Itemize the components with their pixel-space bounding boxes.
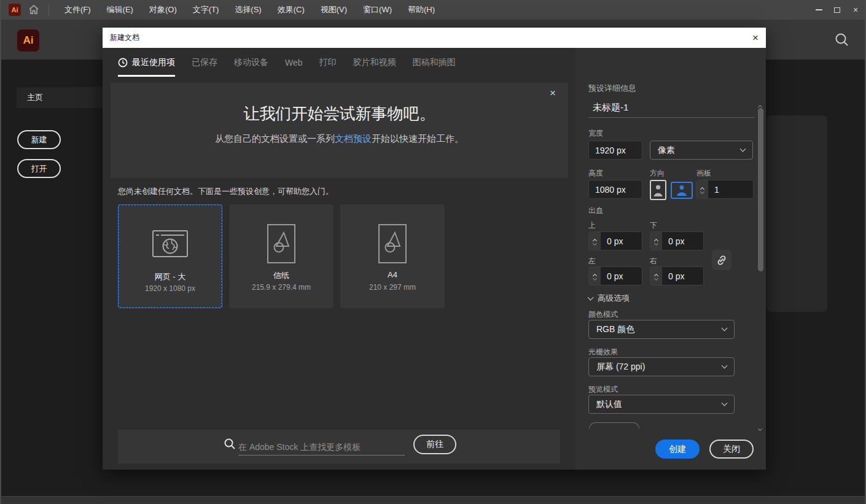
preset-name: A4 — [340, 270, 445, 279]
maximize-button[interactable] — [828, 0, 846, 20]
panel-scrollbar[interactable] — [757, 100, 765, 428]
bleed-right-input[interactable] — [662, 267, 703, 285]
search-icon[interactable] — [834, 32, 850, 48]
tab-art-illustration[interactable]: 图稿和插图 — [413, 48, 456, 77]
bleed-right-field — [650, 266, 704, 285]
chevron-down-icon — [588, 294, 594, 300]
stepper-down-icon — [654, 241, 658, 246]
stock-search-bar: 前往 — [118, 430, 560, 463]
artboards-field — [696, 180, 754, 199]
new-document-button[interactable]: 新建 — [17, 130, 61, 149]
sidebar-item-home[interactable]: 主页 — [17, 87, 103, 108]
unit-select[interactable]: 像素 — [650, 141, 753, 160]
close-dialog-button[interactable]: 关闭 — [709, 440, 754, 459]
preview-mode-select[interactable]: 默认值 — [588, 395, 735, 414]
bleed-right-stepper[interactable] — [650, 267, 662, 285]
illustrator-logo-label: Ai — [23, 34, 34, 47]
orientation-landscape-button[interactable] — [671, 182, 693, 199]
chevron-down-icon — [722, 400, 728, 406]
tab-mobile[interactable]: 移动设备 — [234, 48, 268, 77]
document-name-input[interactable] — [588, 98, 754, 118]
stock-search-icon — [224, 438, 236, 450]
bleed-bottom-input[interactable] — [662, 232, 703, 250]
menu-help[interactable]: 帮助(H) — [400, 0, 443, 20]
preset-size: 210 x 297 mm — [340, 283, 445, 292]
scroll-down-icon[interactable] — [758, 427, 762, 431]
panel-header: 预设详细信息 — [588, 83, 636, 94]
empty-state-hint: 您尚未创建任何文档。下面是一些预设创意，可帮助您入门。 — [118, 186, 334, 197]
artboards-stepper[interactable] — [696, 180, 708, 198]
orientation-portrait-button[interactable] — [650, 180, 666, 200]
tab-film-video[interactable]: 胶片和视频 — [353, 48, 396, 77]
raster-effects-value: 屏幕 (72 ppi) — [596, 362, 722, 373]
menu-edit[interactable]: 编辑(E) — [99, 0, 141, 20]
bleed-top-stepper[interactable] — [589, 232, 601, 250]
preset-details-panel: 预设详细信息 宽度 像素 高度 方向 画板 — [575, 48, 766, 470]
artboards-input[interactable] — [708, 180, 753, 198]
menu-file[interactable]: 文件(F) — [57, 0, 99, 20]
status-bar — [1, 496, 866, 504]
preset-card-web-large[interactable]: 网页 - 大 1920 x 1080 px — [118, 204, 222, 308]
clock-icon — [118, 58, 128, 68]
advanced-options-toggle[interactable]: 高级选项 — [588, 293, 630, 304]
menu-window[interactable]: 窗口(W) — [355, 0, 400, 20]
menu-object[interactable]: 对象(O) — [141, 0, 185, 20]
preset-card-letter[interactable]: 信纸 215.9 x 279.4 mm — [229, 204, 334, 308]
banner-close-icon[interactable]: × — [550, 87, 556, 99]
minimize-button[interactable] — [809, 0, 828, 20]
menu-select[interactable]: 选择(S) — [227, 0, 269, 20]
dialog-title: 新建文档 — [110, 28, 139, 48]
web-preset-icon — [119, 230, 221, 257]
preset-size: 1920 x 1080 px — [119, 284, 221, 293]
preset-card-a4[interactable]: A4 210 x 297 mm — [340, 204, 445, 308]
app-window: Ai 文件(F) 编辑(E) 对象(O) 文字(T) 选择(S) 效果(C) 视… — [0, 0, 866, 504]
close-window-button[interactable]: × — [846, 0, 865, 20]
raster-effects-label: 光栅效果 — [588, 347, 618, 357]
tab-saved[interactable]: 已保存 — [192, 48, 217, 77]
bleed-bottom-field — [650, 231, 704, 250]
bleed-bottom-stepper[interactable] — [650, 232, 662, 250]
maximize-icon — [834, 7, 840, 13]
stepper-down-icon — [593, 276, 597, 281]
bleed-left-label: 左 — [588, 256, 596, 266]
bleed-left-input[interactable] — [601, 267, 642, 285]
go-button[interactable]: 前往 — [413, 435, 456, 454]
bleed-top-label: 上 — [588, 220, 596, 231]
link-icon — [716, 255, 727, 266]
bleed-left-stepper[interactable] — [589, 267, 601, 285]
width-input[interactable] — [588, 141, 642, 160]
new-document-dialog: 新建文档 × 最近使用项 已保存 移动设备 Web 打印 胶片和视频 图稿和插图 — [103, 28, 766, 470]
menu-view[interactable]: 视图(V) — [313, 0, 355, 20]
raster-effects-select[interactable]: 屏幕 (72 ppi) — [588, 357, 735, 376]
orientation-label: 方向 — [650, 168, 665, 179]
more-settings-button-partial[interactable] — [589, 422, 639, 428]
tab-recent[interactable]: 最近使用项 — [118, 48, 175, 77]
app-icon: Ai — [9, 4, 21, 16]
scrollbar-thumb[interactable] — [758, 108, 763, 271]
dialog-close-icon[interactable]: × — [752, 28, 759, 48]
stock-search-input[interactable] — [238, 438, 405, 456]
document-presets-link[interactable]: 文档预设 — [335, 133, 372, 144]
tab-print[interactable]: 打印 — [319, 48, 337, 77]
height-input[interactable] — [588, 180, 642, 199]
stepper-down-icon — [654, 276, 658, 281]
home-icon[interactable] — [28, 4, 39, 15]
width-label: 宽度 — [588, 128, 603, 139]
menubar-divider-right — [364, 4, 365, 15]
menu-type[interactable]: 文字(T) — [185, 0, 227, 20]
letter-preset-icon — [229, 224, 334, 263]
preset-name: 网页 - 大 — [119, 271, 221, 282]
bleed-left-field — [588, 266, 642, 285]
color-mode-value: RGB 颜色 — [596, 324, 722, 335]
color-mode-select[interactable]: RGB 颜色 — [588, 320, 735, 339]
menu-effect[interactable]: 效果(C) — [270, 0, 313, 20]
preview-mode-value: 默认值 — [596, 399, 722, 410]
create-button[interactable]: 创建 — [655, 440, 700, 459]
bleed-bottom-label: 下 — [650, 220, 657, 231]
open-button[interactable]: 打开 — [17, 159, 61, 178]
banner-title: 让我们开始尝试新事物吧。 — [111, 103, 568, 125]
bleed-top-input[interactable] — [601, 232, 642, 250]
preview-mode-label: 预览模式 — [588, 384, 618, 395]
bleed-link-button[interactable] — [712, 250, 731, 270]
tab-web[interactable]: Web — [285, 48, 303, 77]
